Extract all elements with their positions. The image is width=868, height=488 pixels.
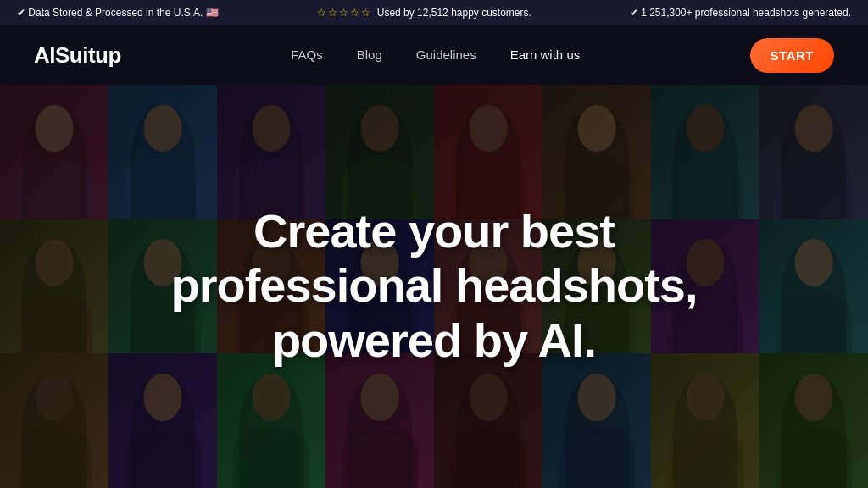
banner-item-2: ☆☆☆☆☆ Used by 12,512 happy customers. — [317, 7, 531, 19]
nav-link-earn[interactable]: Earn with us — [510, 47, 581, 62]
banner-text-1: ✔ Data Stored & Processed in the U.S.A. … — [17, 7, 219, 19]
hero-heading: Create your best professional headshots,… — [137, 204, 731, 368]
top-banner: ✔ Data Stored & Processed in the U.S.A. … — [0, 0, 868, 25]
navbar: AISuitup FAQs Blog Guidelines Earn with … — [0, 25, 868, 85]
banner-text-2: Used by 12,512 happy customers. — [377, 7, 531, 19]
nav-link-guidelines[interactable]: Guidelines — [416, 47, 476, 62]
nav-item-faqs[interactable]: FAQs — [291, 47, 323, 63]
hero-content: Create your best professional headshots,… — [137, 204, 731, 368]
start-button[interactable]: START — [750, 38, 834, 73]
nav-item-earn[interactable]: Earn with us — [510, 47, 581, 63]
hero-heading-line3: powered by AI. — [272, 313, 596, 367]
banner-text-3: ✔ 1,251,300+ professional headshots gene… — [630, 7, 851, 19]
nav-links: FAQs Blog Guidelines Earn with us — [291, 47, 580, 63]
hero-heading-line2: professional headshots, — [170, 259, 697, 313]
banner-item-1: ✔ Data Stored & Processed in the U.S.A. … — [17, 7, 219, 19]
banner-item-3: ✔ 1,251,300+ professional headshots gene… — [630, 7, 851, 19]
hero-section: Create your best professional headshots,… — [0, 85, 868, 488]
logo-text: AISuitup — [34, 42, 121, 68]
hero-heading-line1: Create your best — [253, 204, 615, 258]
nav-item-guidelines[interactable]: Guidelines — [416, 47, 476, 63]
star-rating: ☆☆☆☆☆ — [317, 7, 372, 19]
nav-link-faqs[interactable]: FAQs — [291, 47, 323, 62]
nav-item-blog[interactable]: Blog — [357, 47, 382, 63]
nav-link-blog[interactable]: Blog — [357, 47, 382, 62]
logo[interactable]: AISuitup — [34, 42, 121, 69]
